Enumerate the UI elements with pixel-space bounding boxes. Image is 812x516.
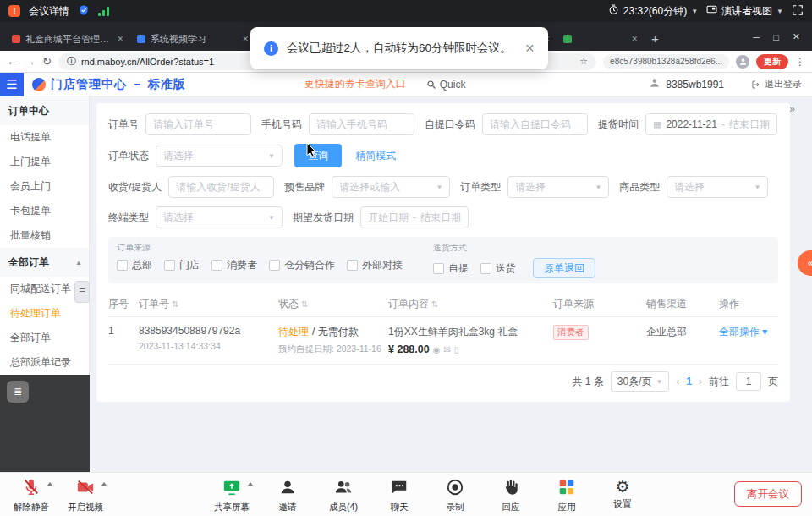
view-mode-caret-icon[interactable]: ▼ bbox=[776, 8, 783, 15]
simple-mode-link[interactable]: 精简模式 bbox=[355, 149, 396, 163]
meeting-timer[interactable]: 23:32(60分钟) ▼ bbox=[608, 4, 698, 19]
browser-tab[interactable]: 礼盒商城平台管理中心 ✕ bbox=[5, 27, 130, 51]
reactions-button[interactable]: 回应 bbox=[486, 475, 535, 513]
apps-button[interactable]: 应用 bbox=[542, 475, 591, 513]
username[interactable]: 8385wb1991 bbox=[666, 79, 724, 91]
search-button[interactable]: 查询 bbox=[294, 144, 342, 167]
checkbox-icon[interactable] bbox=[211, 260, 222, 271]
all-actions-link[interactable]: 全部操作 ▾ bbox=[719, 326, 767, 338]
order-status-select[interactable]: 请选择 ▼ bbox=[156, 145, 283, 167]
share-options-caret-icon[interactable] bbox=[248, 482, 253, 486]
sidebar-item-door-order[interactable]: 上门提单 bbox=[0, 150, 89, 174]
start-video-button[interactable]: 开启视频 bbox=[61, 475, 110, 513]
members-button[interactable]: 成员(4) bbox=[319, 475, 368, 513]
checkbox-icon[interactable] bbox=[269, 260, 280, 271]
window-maximize-icon[interactable]: □ bbox=[773, 32, 779, 42]
invite-button[interactable]: 邀请 bbox=[263, 475, 312, 513]
sort-icon[interactable]: ⇅ bbox=[172, 299, 178, 309]
timer-caret-icon[interactable]: ▼ bbox=[691, 8, 698, 15]
browser-profile-avatar[interactable] bbox=[736, 55, 749, 69]
settings-button[interactable]: ⚙ 设置 bbox=[598, 475, 647, 513]
pickup-date-range[interactable]: ▦ 2022-11-21 - 结束日期 bbox=[645, 113, 777, 135]
order-type-select[interactable]: 请选择 ▼ bbox=[508, 176, 609, 198]
quick-search-link[interactable]: Quick bbox=[426, 79, 466, 91]
sidebar-collapse-handle[interactable]: ☰ bbox=[74, 281, 90, 303]
tab-close-icon[interactable]: ✕ bbox=[242, 35, 249, 43]
window-minimize-icon[interactable]: ─ bbox=[753, 32, 760, 42]
sidebar-item-member-visit[interactable]: 会员上门 bbox=[0, 174, 89, 199]
sidebar-item-hq-dispatch-log[interactable]: 总部派单记录 bbox=[0, 350, 89, 375]
checkbox-source-store[interactable]: 门店 bbox=[164, 258, 200, 272]
site-info-icon[interactable]: ⓘ bbox=[67, 55, 76, 68]
checkbox-icon[interactable] bbox=[117, 260, 128, 271]
brand-select[interactable]: 请选择或输入 ▼ bbox=[332, 176, 450, 198]
checkbox-self-pickup[interactable]: 自提 bbox=[433, 261, 469, 276]
toast-close-icon[interactable]: ✕ bbox=[525, 41, 535, 55]
chat-button[interactable]: 聊天 bbox=[375, 475, 424, 513]
fullscreen-icon[interactable] bbox=[792, 4, 804, 19]
browser-tab[interactable]: 系统视频学习 ✕ bbox=[130, 27, 255, 51]
checkbox-icon[interactable] bbox=[347, 260, 358, 271]
sort-icon[interactable]: ⇅ bbox=[301, 299, 308, 309]
sidebar-item-all-orders[interactable]: 全部订单 bbox=[0, 326, 89, 350]
terminal-select[interactable]: 请选择 ▼ bbox=[156, 206, 283, 228]
sidebar-item-batch-verify[interactable]: 批量核销 bbox=[0, 223, 89, 248]
promo-link[interactable]: 更快捷的券卡查询入口 bbox=[304, 77, 406, 91]
goto-page-input[interactable] bbox=[736, 372, 761, 391]
sidebar-item-card-order[interactable]: 卡包提单 bbox=[0, 199, 89, 223]
receiver-input[interactable] bbox=[168, 176, 274, 198]
tab-close-icon[interactable]: ✕ bbox=[117, 35, 123, 43]
forward-icon[interactable]: → bbox=[25, 55, 36, 68]
order-number[interactable]: 83859345088979792a bbox=[139, 325, 278, 337]
camera-options-caret-icon[interactable] bbox=[102, 482, 107, 486]
order-no-input[interactable] bbox=[145, 113, 251, 135]
unmute-button[interactable]: 解除静音 bbox=[7, 475, 56, 513]
section-expand-caret-icon[interactable]: ▲ bbox=[75, 259, 82, 266]
next-page-icon[interactable]: › bbox=[699, 376, 702, 387]
reload-icon[interactable]: ↻ bbox=[42, 55, 52, 68]
collapse-panel-icon[interactable]: » bbox=[789, 103, 795, 115]
share-screen-button[interactable]: 共享屏幕 bbox=[207, 475, 256, 513]
expand-drawer-button[interactable]: « bbox=[798, 250, 812, 276]
hamburger-menu-button[interactable]: ☰ bbox=[0, 73, 24, 96]
sidebar-section-order-center[interactable]: 订单中心 bbox=[0, 96, 89, 125]
checkbox-icon[interactable] bbox=[164, 260, 175, 271]
network-signal-icon[interactable] bbox=[98, 7, 109, 16]
phone-input[interactable] bbox=[309, 113, 414, 135]
sort-icon[interactable]: ⇅ bbox=[431, 299, 438, 309]
mic-options-caret-icon[interactable] bbox=[47, 482, 52, 486]
prev-page-icon[interactable]: ‹ bbox=[676, 376, 679, 387]
meeting-details-link[interactable]: 会议详情 bbox=[29, 4, 69, 19]
browser-menu-icon[interactable]: ⋮ bbox=[795, 56, 805, 68]
record-button[interactable]: 录制 bbox=[431, 475, 480, 513]
checkbox-source-external[interactable]: 外部对接 bbox=[347, 258, 403, 272]
browser-tab[interactable]: ✕ bbox=[557, 27, 645, 51]
order-row[interactable]: 1 83859345088979792a 2023-11-13 14:33:34… bbox=[108, 317, 778, 365]
security-shield-icon[interactable] bbox=[78, 4, 90, 19]
current-page[interactable]: 1 bbox=[686, 376, 692, 387]
expect-date-range[interactable]: 开始日期 - 结束日期 bbox=[360, 206, 469, 228]
sidebar-item-phone-order[interactable]: 电话提单 bbox=[0, 125, 89, 150]
back-icon[interactable]: ← bbox=[7, 55, 18, 68]
browser-update-button[interactable]: 更新 bbox=[756, 54, 788, 69]
extension-token-pill[interactable]: e8c573980b1328a258fd2e6... bbox=[603, 54, 729, 69]
checkbox-source-hq[interactable]: 总部 bbox=[117, 258, 152, 272]
checkbox-icon[interactable] bbox=[480, 263, 491, 274]
pickup-code-input[interactable] bbox=[482, 113, 588, 135]
meeting-logo-icon[interactable]: ! bbox=[8, 5, 20, 17]
checkbox-source-warehouse[interactable]: 仓分销合作 bbox=[269, 258, 335, 272]
goods-type-select[interactable]: 请选择 ▼ bbox=[667, 176, 768, 198]
window-close-icon[interactable]: ✕ bbox=[793, 31, 800, 42]
sidebar-item-pending-orders[interactable]: 待处理订单 bbox=[0, 301, 89, 326]
view-mode-selector[interactable]: 演讲者视图 ▼ bbox=[706, 4, 783, 19]
checkbox-delivery[interactable]: 送货 bbox=[480, 261, 516, 276]
leave-meeting-button[interactable]: 离开会议 bbox=[734, 481, 802, 507]
page-size-select[interactable]: 30条/页 ▼ bbox=[611, 371, 670, 392]
sidebar-section-all-orders[interactable]: 全部订单 ▲ bbox=[0, 248, 89, 277]
floating-list-button[interactable]: ≣ bbox=[7, 381, 29, 403]
bookmark-star-icon[interactable]: ☆ bbox=[579, 56, 588, 67]
tab-close-icon[interactable]: ✕ bbox=[631, 35, 638, 43]
new-tab-button[interactable]: + bbox=[651, 31, 659, 46]
checkbox-icon[interactable] bbox=[433, 263, 444, 274]
checkbox-source-consumer[interactable]: 消费者 bbox=[211, 258, 257, 272]
